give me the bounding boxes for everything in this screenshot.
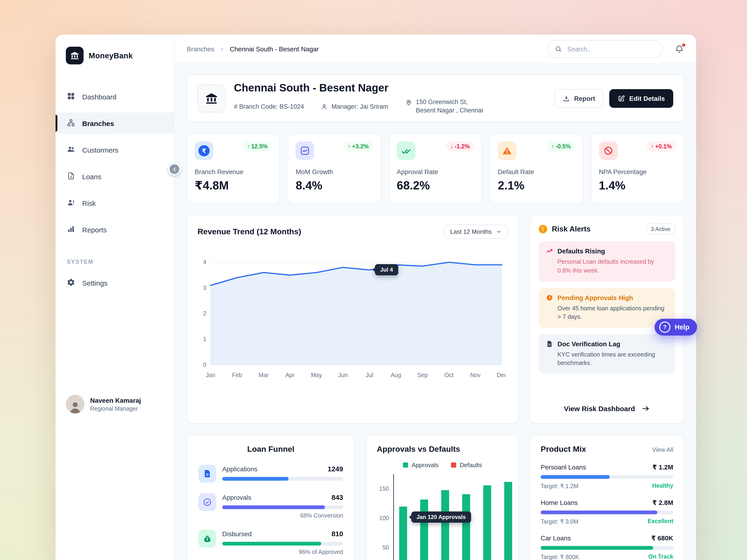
- user-alert-icon: [67, 198, 75, 208]
- sidebar-item-loans[interactable]: Loans: [56, 166, 174, 187]
- progress-bar: [222, 542, 343, 546]
- user-profile[interactable]: Naveen Kamaraj Regional Manager: [66, 395, 141, 414]
- funnel-stage-disbursed: Disbursed810 96% of Approved: [199, 530, 343, 556]
- alert-doc-verification[interactable]: Doc Verification Lag KYC verification ti…: [539, 334, 675, 374]
- desktop-background: MoneyBank Dashboard Branches Custormers: [0, 0, 747, 560]
- document-icon: [67, 171, 75, 181]
- sidebar-item-label: Settings: [82, 279, 107, 287]
- active-alerts-badge: 3 Active: [646, 224, 675, 235]
- svg-text:Nov: Nov: [470, 372, 481, 378]
- help-button[interactable]: ? Help: [654, 319, 697, 336]
- progress-bar: [541, 475, 673, 479]
- alert-pending-approvals[interactable]: Pending Approvals High Over 45 home loan…: [539, 288, 675, 327]
- svg-text:Jun: Jun: [338, 372, 347, 378]
- kpi-card-branch-revenue: ₹ ↑12.5% Branch Revenue ₹4.8M: [187, 134, 280, 204]
- trend-chart-icon: [296, 142, 314, 160]
- double-check-icon: [397, 142, 415, 160]
- branch-address: 150 Greenwich St,Besent Nagar , Chennai: [405, 98, 483, 115]
- kpi-value: 2.1%: [498, 179, 575, 192]
- svg-text:Oct: Oct: [444, 372, 454, 378]
- search-input[interactable]: [566, 45, 655, 53]
- kpi-value: 1.4%: [599, 179, 676, 192]
- user-role: Regional Manager: [90, 405, 141, 412]
- alert-defaults-rising[interactable]: Defaults Rising Personal Loan defaults i…: [539, 241, 675, 281]
- sidebar-item-dashboard[interactable]: Dashboard: [56, 86, 174, 107]
- svg-text:150: 150: [379, 485, 389, 492]
- sidebar-item-customers[interactable]: Custormers: [56, 139, 174, 161]
- clock-icon: [546, 294, 553, 301]
- chart-legend: Approvals Defaults: [377, 462, 508, 469]
- brand-logo: MoneyBank: [56, 34, 174, 64]
- chevron-right-icon: [219, 46, 225, 52]
- report-button[interactable]: Report: [554, 89, 603, 108]
- product-personal-loans: Persoanl Loans₹ 1.2M Target: ₹ 1.2MHealt…: [541, 464, 673, 490]
- progress-bar: [222, 506, 343, 509]
- edit-icon: [618, 95, 625, 102]
- no-entry-icon: [599, 142, 617, 160]
- sidebar-item-label: Dashboard: [82, 92, 117, 101]
- kpi-card-npa-percentage: ↑+0.1% NPA Percentage 1.4%: [591, 134, 684, 204]
- kpi-delta-badge: ↑-0.5%: [547, 142, 575, 152]
- risk-alerts-title: Risk Alerts: [552, 225, 642, 234]
- svg-text:100: 100: [379, 515, 389, 522]
- branch-header-card: Chennai South - Besent Nager # Branch Co…: [187, 74, 684, 123]
- svg-text:3: 3: [203, 285, 206, 291]
- sidebar-section-system: SYSTEM: [56, 259, 174, 265]
- alert-circle-icon: !: [539, 225, 547, 234]
- sidebar-item-label: Risk: [82, 199, 96, 207]
- svg-text:Apr: Apr: [285, 372, 294, 378]
- users-icon: [67, 145, 75, 155]
- notifications-button[interactable]: [675, 44, 684, 54]
- topbar: Branches Chennai South - Besent Nagar: [175, 34, 696, 64]
- kpi-row: ₹ ↑12.5% Branch Revenue ₹4.8M ↑+3.2% MoM…: [187, 134, 684, 204]
- loan-funnel-card: Loan Funnel Applications1249: [187, 435, 355, 560]
- kpi-value: 8.4%: [296, 179, 373, 192]
- svg-text:Feb: Feb: [232, 372, 242, 378]
- svg-text:50: 50: [382, 544, 389, 551]
- file-icon: [546, 340, 553, 347]
- sidebar: MoneyBank Dashboard Branches Custormers: [56, 34, 175, 560]
- view-all-link[interactable]: View All: [652, 446, 673, 453]
- kpi-value: ₹4.8M: [195, 179, 272, 192]
- view-risk-dashboard-link[interactable]: View Risk Dashboard: [539, 398, 675, 415]
- svg-text:Sep: Sep: [417, 372, 428, 378]
- download-icon: [562, 95, 570, 102]
- svg-text:0: 0: [203, 362, 206, 368]
- branches-icon: [67, 118, 75, 128]
- person-icon: [321, 103, 328, 110]
- page-title: Chennai South - Besent Nager: [234, 82, 483, 94]
- sidebar-item-reports[interactable]: Reports: [56, 219, 174, 240]
- progress-bar: [222, 477, 343, 481]
- dashboard-icon: [67, 92, 75, 102]
- page-content: Chennai South - Besent Nager # Branch Co…: [175, 64, 696, 560]
- kpi-label: Approval Rate: [397, 168, 474, 176]
- kpi-delta-badge: ↓-1.2%: [446, 142, 474, 152]
- chart-tooltip: Jan 120 Approvals: [411, 511, 471, 523]
- product-mix-title: Product Mix: [541, 445, 586, 454]
- chart-tooltip: Jul 4: [375, 264, 398, 275]
- sidebar-item-branches[interactable]: Branches: [56, 112, 174, 134]
- kpi-card-approval-rate: ↓-1.2% Approval Rate 68.2%: [389, 134, 482, 204]
- sidebar-item-settings[interactable]: Settings: [56, 272, 174, 294]
- svg-text:Jul: Jul: [366, 372, 373, 378]
- revenue-trend-title: Revenue Trend (12 Months): [198, 227, 301, 237]
- chevron-left-icon: [171, 166, 178, 172]
- map-pin-icon: [405, 99, 412, 106]
- progress-bar: [541, 511, 673, 514]
- bank-building-icon: [198, 84, 226, 112]
- kpi-delta-badge: ↑12.5%: [242, 142, 272, 152]
- defaults-swatch: [451, 463, 456, 468]
- sidebar-collapse-button[interactable]: [168, 163, 181, 176]
- svg-text:Jan: Jan: [206, 372, 215, 378]
- kpi-value: 68.2%: [397, 179, 474, 192]
- edit-details-button[interactable]: Edit Details: [609, 89, 673, 108]
- svg-text:4: 4: [203, 259, 206, 266]
- funnel-stage-approvals: Approvals843 68% Conversion: [199, 494, 343, 519]
- sidebar-item-risk[interactable]: Risk: [56, 192, 174, 214]
- kpi-card-default-rate: ↑-0.5% Default Rate 2.1%: [490, 134, 583, 204]
- sidebar-item-label: Custormers: [82, 146, 118, 154]
- range-dropdown[interactable]: Last 12 Months: [444, 225, 508, 239]
- kpi-card-mom-growth: ↑+3.2% MoM Growth 8.4%: [288, 134, 381, 204]
- search-box[interactable]: [548, 40, 663, 58]
- breadcrumb-branches[interactable]: Branches: [187, 45, 214, 53]
